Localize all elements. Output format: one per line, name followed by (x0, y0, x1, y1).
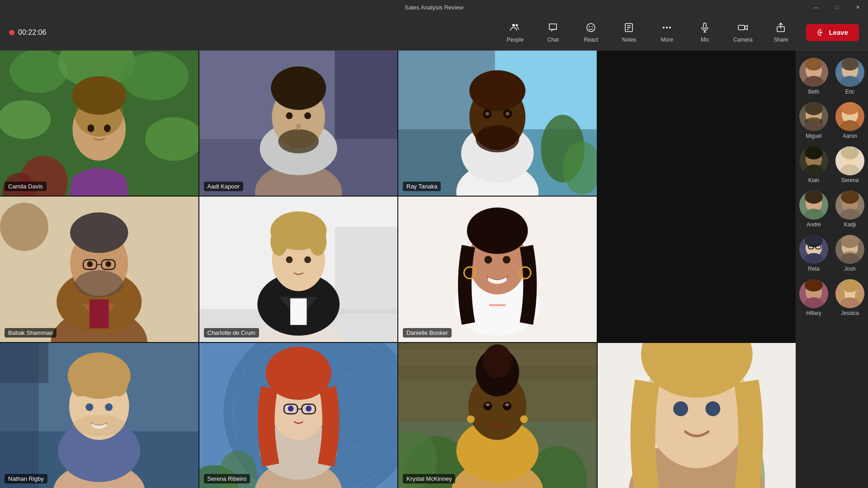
svg-point-139 (486, 403, 490, 406)
sidebar-avatar-beth (799, 58, 828, 87)
timer-display: 00:22:06 (18, 28, 46, 37)
share-button[interactable]: Share (763, 17, 799, 48)
svg-rect-61 (90, 300, 109, 328)
svg-point-159 (841, 58, 859, 70)
sidebar-avatar-kian (799, 146, 828, 175)
sidebar-name-josh: Josh (844, 266, 855, 272)
main-area: Camila Davis (0, 51, 868, 488)
svg-point-105 (105, 403, 113, 411)
svg-point-102 (70, 369, 90, 396)
svg-point-79 (270, 227, 288, 256)
svg-point-152 (705, 401, 720, 416)
people-button[interactable]: People (497, 17, 533, 48)
svg-point-81 (286, 257, 292, 263)
svg-point-48 (469, 70, 525, 111)
sidebar-person-reta[interactable]: Reta (797, 231, 830, 276)
sidebar-person-serena[interactable]: Serena (834, 143, 866, 187)
svg-point-184 (841, 191, 859, 204)
sidebar-avatar-reta (799, 235, 828, 264)
name-tag-nathan: Nathan Rigby (5, 474, 47, 483)
video-tile-camila[interactable]: Camila Davis (0, 51, 198, 196)
camera-icon (737, 22, 748, 35)
sidebar-avatar-miguel (799, 102, 828, 131)
svg-point-137 (483, 402, 492, 410)
name-tag-charlotte: Charlotte de Crum (204, 328, 259, 338)
sidebar-person-aaron[interactable]: Aaron (834, 99, 866, 143)
sidebar-person-andre[interactable]: Andre (797, 187, 830, 231)
chat-button[interactable]: Chat (535, 17, 571, 48)
svg-point-140 (505, 403, 509, 406)
video-tile-krystal[interactable]: Krystal McKinney (398, 343, 597, 488)
svg-point-52 (505, 112, 509, 116)
sidebar-name-eric: Eric (845, 89, 855, 95)
window-title: Sales Analysis Review (405, 4, 463, 11)
sidebar-person-josh[interactable]: Josh (834, 231, 866, 276)
sidebar-row-kian-serena: Kian Serena (796, 143, 868, 187)
leave-label: Leave (829, 28, 848, 36)
sidebar-person-kadji[interactable]: Kadji (834, 187, 866, 231)
svg-point-80 (309, 227, 326, 256)
svg-point-69 (105, 261, 111, 267)
svg-point-3 (589, 26, 590, 27)
minimize-button[interactable]: — (806, 0, 826, 14)
sidebar-person-jessica[interactable]: Jessica (834, 276, 866, 320)
svg-point-2 (587, 23, 595, 32)
video-tile-nathan[interactable]: Nathan Rigby (0, 343, 198, 488)
svg-point-40 (296, 123, 301, 130)
sidebar-person-hillary[interactable]: Hillary (797, 276, 830, 320)
svg-point-10 (666, 27, 668, 28)
svg-point-88 (467, 208, 528, 254)
more-label: More (661, 37, 673, 43)
video-tile-ray[interactable]: Ray Tanaka (398, 51, 597, 196)
video-tile-extra[interactable] (598, 343, 796, 488)
svg-point-39 (304, 113, 311, 119)
chat-icon (547, 22, 558, 35)
sidebar-avatar-andre (799, 191, 828, 220)
sidebar-person-eric[interactable]: Eric (834, 54, 866, 99)
svg-point-91 (484, 256, 492, 264)
svg-point-176 (841, 146, 859, 160)
svg-point-64 (75, 271, 123, 298)
video-tile-serena-r[interactable]: Serena Ribeiro (199, 343, 398, 488)
svg-rect-76 (290, 299, 307, 325)
svg-point-38 (286, 113, 292, 119)
maximize-button[interactable]: □ (826, 0, 847, 14)
sidebar-person-kian[interactable]: Kian (797, 143, 830, 187)
react-label: React (584, 37, 598, 43)
sidebar-person-miguel[interactable]: Miguel (797, 99, 830, 143)
mic-button[interactable]: Mic (687, 17, 723, 48)
leave-button[interactable]: Leave (806, 24, 859, 41)
name-tag-camila: Camila Davis (5, 182, 47, 191)
notes-icon (623, 22, 634, 35)
video-tile-babak[interactable]: Babak Shammas (0, 197, 198, 342)
people-label: People (507, 37, 524, 43)
svg-point-106 (72, 415, 126, 436)
video-tile-charlotte[interactable]: Charlotte de Crum (199, 197, 398, 342)
sidebar-row-reta-josh: Reta Josh (796, 231, 868, 276)
svg-point-103 (109, 369, 128, 396)
svg-rect-93 (489, 305, 505, 306)
sidebar-row-miguel-aaron: Miguel Aaron (796, 99, 868, 143)
camera-button[interactable]: Camera (725, 17, 761, 48)
toolbar: 00:22:06 People Chat React (0, 14, 868, 51)
svg-point-1 (516, 24, 518, 26)
video-tile-danielle[interactable]: Danielle Booker (398, 197, 597, 342)
svg-point-28 (88, 124, 94, 132)
video-tile-aadi[interactable]: Aadi Kapoor (199, 51, 398, 196)
mic-icon (699, 22, 710, 35)
react-button[interactable]: React (573, 17, 609, 48)
svg-point-120 (306, 405, 311, 411)
close-button[interactable]: ✕ (847, 0, 868, 14)
sidebar-row-andre-kadji: Andre Kadji (796, 187, 868, 231)
notes-button[interactable]: Notes (611, 17, 647, 48)
chat-label: Chat (547, 37, 559, 43)
sidebar-person-beth[interactable]: Beth (797, 54, 830, 99)
more-button[interactable]: More (649, 17, 685, 48)
svg-point-151 (673, 401, 688, 416)
share-icon (775, 22, 786, 35)
svg-point-119 (288, 405, 293, 411)
name-tag-krystal: Krystal McKinney (403, 474, 455, 483)
svg-point-82 (304, 257, 311, 263)
toolbar-actions: People Chat React Notes (497, 17, 799, 48)
react-icon (585, 22, 596, 35)
